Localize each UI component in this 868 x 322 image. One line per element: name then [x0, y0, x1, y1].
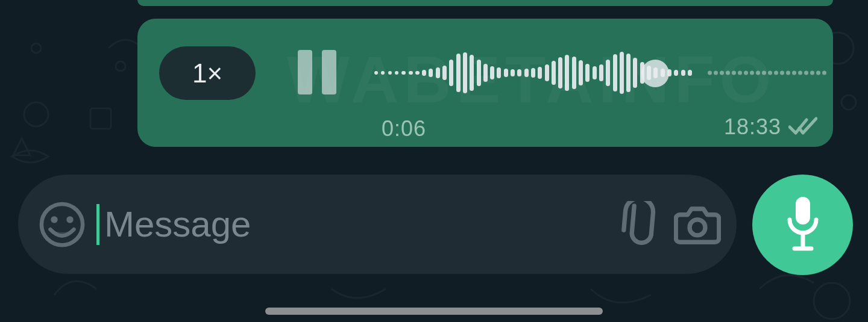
svg-point-1 [24, 102, 48, 126]
previous-message-sliver [137, 0, 833, 6]
svg-point-5 [841, 95, 856, 110]
attachment-icon[interactable] [616, 201, 663, 248]
home-indicator[interactable] [265, 308, 603, 315]
message-input-wrapper [96, 175, 605, 274]
elapsed-time-label: 0:06 [382, 116, 426, 141]
svg-rect-3 [90, 108, 111, 129]
svg-marker-4 [13, 138, 30, 155]
message-meta: 18:33 [724, 114, 817, 140]
playback-speed-label: 1× [192, 58, 222, 88]
double-check-icon [788, 116, 817, 138]
svg-point-6 [814, 283, 850, 319]
message-input[interactable] [104, 175, 605, 274]
message-composer [18, 175, 737, 274]
playhead-handle[interactable] [641, 60, 669, 87]
svg-point-8 [116, 61, 125, 71]
message-timestamp: 18:33 [724, 114, 781, 140]
svg-point-9 [42, 203, 83, 244]
text-cursor [96, 204, 99, 245]
svg-point-12 [690, 219, 705, 235]
watermark-text: WABETAINFO [287, 41, 776, 117]
svg-point-10 [51, 216, 57, 223]
record-voice-button[interactable] [752, 175, 853, 275]
svg-rect-13 [796, 197, 810, 224]
camera-icon[interactable] [674, 201, 721, 248]
pause-button[interactable] [298, 50, 346, 94]
svg-point-7 [31, 43, 41, 53]
svg-point-11 [66, 216, 73, 223]
voice-message-bubble: WABETAINFO 1× 0:06 18:33 [137, 19, 833, 147]
playback-speed-button[interactable]: 1× [159, 46, 256, 100]
emoji-icon[interactable] [39, 201, 86, 248]
microphone-icon [784, 196, 822, 255]
